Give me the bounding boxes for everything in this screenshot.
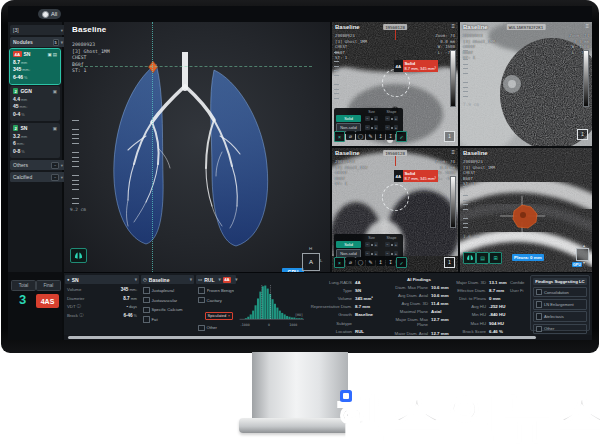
erase-icon[interactable]: ⌀ (346, 131, 355, 140)
checkbox[interactable] (143, 287, 150, 294)
series-filter-dropdown[interactable]: [3] ▾ (10, 25, 66, 35)
nodule-roi-circle[interactable] (382, 69, 410, 97)
nodule-card[interactable]: 2 SN ▣ 3.2mm 6mm³ 0-8% (10, 123, 60, 158)
arrow-down-icon[interactable]: ▾ (583, 260, 585, 265)
checkbox-row[interactable]: Fat (141, 316, 194, 323)
scrollbar-thumb[interactable] (68, 336, 536, 339)
checkbox-row[interactable]: Other (533, 324, 587, 335)
solid-button[interactable]: Solid (336, 115, 361, 122)
checkbox[interactable] (198, 325, 205, 332)
ct-view-axial-zoom[interactable]: Baseline 19560128 ≡ 20080923[3] Ghost_1M… (332, 22, 458, 146)
circle-roi-icon[interactable]: ◯ (356, 257, 365, 266)
final-tab[interactable]: Final (36, 280, 61, 291)
nodules-header[interactable]: Nodules 5 ▾ (10, 37, 66, 47)
ct-view-sagittal[interactable]: Baseline 20080923[3] Ghost_1MMCHEST B60f… (460, 148, 592, 272)
minus-button[interactable]: − (365, 125, 370, 130)
checkbox-row[interactable]: Consolidation (533, 287, 587, 298)
slab-tool-button[interactable]: ▤ (476, 252, 489, 264)
plus-button[interactable]: + (394, 251, 399, 256)
collapse-icon[interactable]: − (51, 174, 58, 181)
checkbox-row[interactable]: Cavitary (196, 297, 236, 304)
plus-button[interactable]: + (374, 116, 379, 121)
checkbox-row[interactable]: Other (196, 325, 236, 332)
plus-button[interactable]: + (374, 125, 379, 130)
all-icon (42, 11, 49, 18)
checkbox-row[interactable]: Juxtavascular (141, 297, 194, 304)
nodule-card-selected[interactable]: 4A SN ▣ ▤ 8.7mm 345mm³ 6-46% (10, 49, 60, 84)
nodule-card[interactable]: 2 GGN ▣ 4.4mm 45mm³ 0-4% (10, 86, 60, 121)
checkbox-row[interactable]: Juxtapleural (141, 287, 194, 294)
lung-tool-button[interactable] (463, 252, 476, 264)
lungrads-chip: 4A (13, 51, 22, 57)
draw-icon[interactable]: ✎ (366, 131, 375, 140)
checkbox[interactable] (536, 289, 543, 296)
spiculated-tag[interactable]: Spiculated × (205, 312, 233, 320)
plus-button[interactable]: + (374, 242, 379, 247)
erase-icon[interactable]: ⌀ (346, 257, 355, 266)
minus-button[interactable]: − (385, 251, 390, 256)
nodule-roi-circle[interactable] (382, 184, 409, 211)
plus-button[interactable]: + (394, 242, 399, 247)
horizontal-scrollbar[interactable] (64, 335, 592, 340)
menu-icon[interactable]: ≡ (451, 23, 455, 29)
mpr-grid-button[interactable]: ⊞ (489, 252, 502, 264)
checkbox[interactable] (536, 301, 543, 308)
dot-icon: ● (67, 277, 70, 282)
checkbox[interactable] (536, 313, 543, 320)
chevron-down-icon: ▾ (218, 277, 220, 282)
checkbox[interactable] (198, 297, 205, 304)
checkbox[interactable] (536, 326, 543, 333)
window-gradient-bar[interactable] (450, 50, 456, 107)
confirm-icon[interactable]: ✓ (396, 131, 407, 142)
checkbox-row[interactable]: LN Enlargement (533, 299, 587, 310)
timepoint-header[interactable]: ◷ Baseline ▾ (141, 275, 194, 284)
orientation-cube[interactable]: A (302, 253, 320, 271)
minus-button[interactable]: − (385, 116, 390, 121)
window-gradient-bar[interactable] (450, 176, 456, 228)
remove-tag-icon[interactable]: × (228, 313, 230, 318)
segmentation-tools: × ⌀ ◯ ✎ ↥ ↧ ✓ (334, 131, 407, 142)
group-calcified[interactable]: Calcified − ▾ (10, 172, 66, 182)
plus-button[interactable]: + (394, 116, 399, 121)
menu-icon[interactable]: ≡ (451, 149, 455, 155)
total-tab[interactable]: Total (11, 280, 36, 291)
draw-icon[interactable]: ✎ (366, 257, 375, 266)
cancel-icon[interactable]: × (334, 131, 345, 142)
ct-view-axial-lung[interactable]: Baseline WUL1AK9782F2K1 ≡ 20080923[3] Gh… (460, 22, 592, 146)
window-gradient-bar[interactable] (583, 50, 589, 107)
circle-roi-icon[interactable]: ◯ (356, 131, 365, 140)
confirm-icon[interactable]: ✓ (396, 257, 407, 268)
checkbox[interactable] (143, 307, 150, 314)
cancel-icon[interactable]: × (334, 257, 345, 268)
collapse-icon[interactable]: − (51, 162, 58, 169)
location-header[interactable]: ▭ RUL ▾ 4A ▾ (196, 275, 236, 284)
solid-button[interactable]: Solid (336, 241, 361, 248)
grow-icon[interactable]: ↥ (376, 257, 385, 266)
minus-button[interactable]: − (385, 242, 390, 247)
group-others[interactable]: Others − ▾ (10, 160, 66, 170)
checkbox[interactable] (198, 287, 205, 294)
ct-view-axial-2[interactable]: Baseline 19560128 ≡ 20080923[3] Ghost_1M… (332, 148, 458, 272)
shrink-icon[interactable]: ↧ (386, 131, 395, 140)
nodule-detail-header[interactable]: ● SN ▾ (65, 275, 139, 284)
checkbox[interactable] (143, 316, 150, 323)
viewer-3d[interactable]: Baseline 20080923[3] Ghost_1MM CHESTB60f… (64, 22, 330, 272)
shrink-icon[interactable]: ↧ (386, 257, 395, 266)
checkbox-row[interactable]: Atelectasis (533, 311, 587, 322)
minus-button[interactable]: − (365, 116, 370, 121)
checkbox-row[interactable]: Proven Benign (196, 287, 236, 294)
nodule-annotation[interactable]: 4A Solid8.7 mm, 345 mm³ (394, 170, 438, 182)
checkbox[interactable] (143, 297, 150, 304)
lungrads-chip[interactable]: 4A (223, 277, 232, 283)
minus-button[interactable]: − (365, 242, 370, 247)
minus-button[interactable]: − (365, 251, 370, 256)
lung-view-button[interactable] (70, 248, 87, 263)
plus-button[interactable]: + (394, 125, 399, 130)
checkbox-row[interactable]: Specific Calcium (141, 307, 194, 314)
grow-icon[interactable]: ↥ (376, 131, 385, 140)
minus-button[interactable]: − (385, 125, 390, 130)
menu-icon[interactable]: ≡ (585, 23, 589, 29)
show-all-button[interactable]: All (38, 9, 61, 19)
plus-button[interactable]: + (374, 251, 379, 256)
nodule-annotation[interactable]: 4A Solid8.7 mm, 345 mm³ (394, 60, 438, 72)
